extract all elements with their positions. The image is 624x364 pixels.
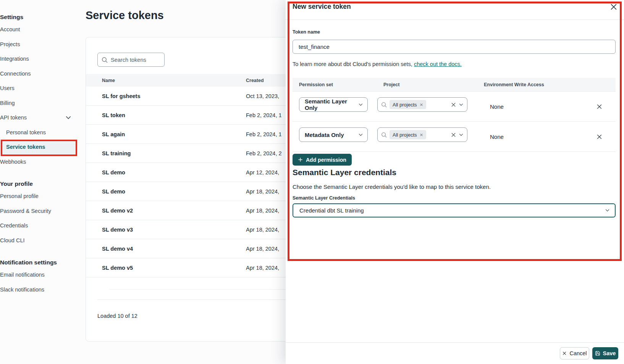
- docs-link[interactable]: check out the docs.: [414, 61, 462, 67]
- sidebar-item-service-tokens[interactable]: Service tokens: [0, 140, 78, 155]
- sidebar-section-heading-your-profile: Your profile: [0, 180, 80, 188]
- sidebar-item-integrations[interactable]: Integrations: [0, 52, 78, 66]
- add-permission-label: Add permission: [306, 157, 346, 163]
- add-permission-button[interactable]: Add permission: [293, 154, 352, 166]
- semantic-layer-credentials-heading: Semantic Layer credentials: [293, 168, 396, 177]
- token-name: SL token: [86, 112, 246, 118]
- token-created: Oct 13, 2023,: [246, 93, 279, 99]
- remove-permission-button[interactable]: [596, 134, 603, 140]
- token-created: Feb 2, 2024, 2: [246, 150, 282, 156]
- loaded-status: Loaded 10 of 12: [97, 313, 137, 319]
- page-title: Service tokens: [86, 9, 164, 22]
- token-name: SL demo: [86, 169, 246, 176]
- search-tokens-input[interactable]: [111, 57, 157, 63]
- token-created: Feb 2, 2024, 1: [246, 131, 282, 137]
- search-icon: [102, 57, 108, 63]
- plus-icon: [298, 157, 303, 162]
- sidebar-item-account[interactable]: Account: [0, 22, 78, 37]
- sidebar-item-email-notifications[interactable]: Email notifications: [0, 267, 78, 282]
- token-created: Apr 18, 2024,: [246, 227, 279, 233]
- close-icon: [596, 103, 603, 110]
- column-header-name: Name: [86, 78, 246, 83]
- sidebar-item-users[interactable]: Users: [0, 81, 78, 96]
- search-icon: [381, 102, 387, 108]
- clear-selection-icon[interactable]: [451, 102, 456, 108]
- token-name: SL demo v3: [86, 227, 246, 233]
- chip-remove-icon[interactable]: [420, 103, 423, 106]
- token-created: Feb 2, 2024, 1: [246, 112, 282, 118]
- project-multiselect[interactable]: All projects: [377, 127, 467, 142]
- new-service-token-drawer: New service token Token name To learn mo…: [286, 0, 624, 364]
- sidebar-item-label: API tokens: [0, 114, 27, 121]
- token-name: SL training: [86, 150, 246, 156]
- project-chip[interactable]: All projects: [390, 100, 426, 109]
- token-name-input[interactable]: [293, 40, 616, 54]
- search-icon: [381, 132, 387, 138]
- token-name: SL demo: [86, 188, 246, 195]
- token-created: Apr 18, 2024,: [246, 208, 279, 214]
- close-drawer-button[interactable]: [609, 3, 618, 11]
- permission-row: Metadata Only All projects None: [293, 122, 616, 152]
- chevron-down-icon: [359, 103, 363, 106]
- semantic-layer-credentials-label: Semantic Layer Credentials: [293, 195, 355, 201]
- token-name: SL demo v4: [86, 246, 246, 252]
- token-name: SL again: [86, 131, 246, 137]
- drawer-footer: Cancel Save: [286, 342, 624, 364]
- info-text: To learn more about dbt Cloud's permissi…: [293, 61, 414, 67]
- close-icon: [562, 351, 567, 356]
- save-button[interactable]: Save: [592, 347, 618, 359]
- cancel-button[interactable]: Cancel: [560, 347, 589, 359]
- search-tokens-box[interactable]: [97, 53, 165, 67]
- token-created: Apr 12, 2024,: [246, 169, 279, 176]
- token-name: SL for gsheets: [86, 93, 246, 99]
- chip-remove-icon[interactable]: [420, 133, 423, 137]
- column-header-environment-write-access: Environment Write Access: [478, 82, 544, 87]
- sidebar-item-api-tokens[interactable]: API tokens: [0, 110, 78, 125]
- sidebar-item-personal-profile[interactable]: Personal profile: [0, 189, 78, 204]
- remove-permission-button[interactable]: [596, 103, 603, 110]
- permission-set-select[interactable]: Semantic Layer Only: [299, 97, 368, 112]
- token-created: Apr 18, 2024,: [246, 265, 279, 271]
- environment-write-access-value: None: [490, 92, 504, 122]
- column-header-project: Project: [377, 82, 478, 87]
- sidebar-item-billing[interactable]: Billing: [0, 96, 78, 111]
- chevron-down-icon: [359, 134, 363, 136]
- sidebar-item-cloud-cli[interactable]: Cloud CLI: [0, 233, 78, 248]
- chevron-down-icon: [605, 209, 609, 212]
- column-header-permission-set: Permission set: [293, 82, 377, 87]
- clear-selection-icon[interactable]: [451, 132, 456, 138]
- close-icon: [596, 134, 603, 140]
- permissions-table-header: Permission set Project Environment Write…: [293, 78, 616, 92]
- chevron-down-icon: [66, 116, 71, 119]
- sidebar-section-heading-notification-settings: Notification settings: [0, 258, 80, 267]
- project-multiselect[interactable]: All projects: [377, 97, 467, 112]
- environment-write-access-value: None: [490, 122, 504, 152]
- semantic-layer-credentials-description: Choose the Semantic Layer credentials yo…: [293, 184, 491, 190]
- permission-set-select[interactable]: Metadata Only: [299, 127, 368, 142]
- permission-set-value: Semantic Layer Only: [305, 98, 359, 111]
- sidebar-item-projects[interactable]: Projects: [0, 37, 78, 52]
- sidebar-item-webhooks[interactable]: Webhooks: [0, 155, 78, 169]
- semantic-layer-credentials-select[interactable]: Credential dbt SL training: [293, 203, 616, 217]
- sidebar-item-connections[interactable]: Connections: [0, 66, 78, 81]
- permission-set-value: Metadata Only: [305, 132, 344, 138]
- sidebar-item-password-security[interactable]: Password & Security: [0, 204, 78, 219]
- app-root: Settings Account Projects Integrations C…: [0, 0, 624, 364]
- sidebar-item-personal-tokens[interactable]: Personal tokens: [0, 125, 78, 140]
- token-created: Apr 18, 2024,: [246, 246, 279, 252]
- project-chip-label: All projects: [393, 132, 417, 138]
- close-icon: [609, 3, 618, 11]
- token-name: SL demo v2: [86, 208, 246, 214]
- sidebar-item-credentials[interactable]: Credentials: [0, 218, 78, 233]
- permission-info-text: To learn more about dbt Cloud's permissi…: [293, 61, 462, 67]
- column-header-created: Created: [246, 78, 264, 83]
- save-label: Save: [603, 350, 616, 356]
- drawer-title: New service token: [293, 3, 351, 11]
- permission-row: Semantic Layer Only All projects None: [293, 92, 616, 122]
- sidebar-item-slack-notifications[interactable]: Slack notifications: [0, 282, 78, 297]
- cancel-label: Cancel: [569, 350, 587, 356]
- settings-sidebar: Settings Account Projects Integrations C…: [0, 0, 80, 364]
- project-chip[interactable]: All projects: [390, 130, 426, 139]
- token-name-label: Token name: [293, 29, 320, 35]
- chevron-down-icon: [459, 134, 463, 136]
